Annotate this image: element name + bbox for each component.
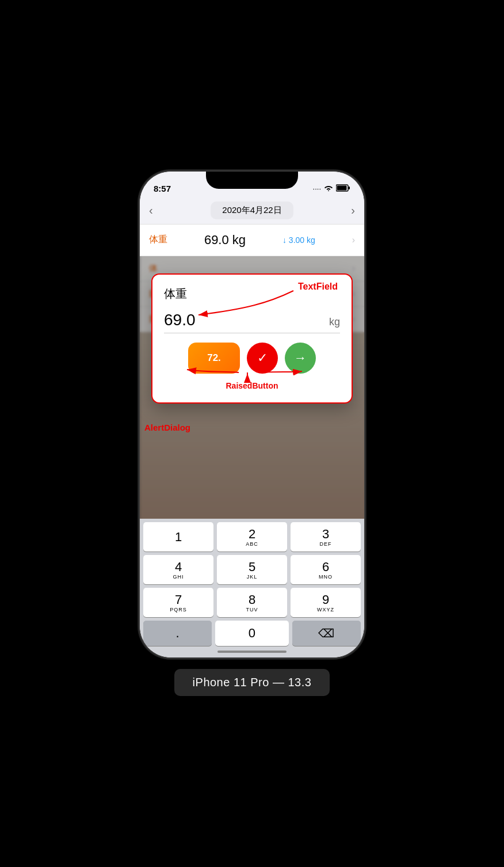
nav-bar: ‹ 2020年4月22日 › (140, 197, 364, 225)
key-delete[interactable]: ⌫ (292, 621, 361, 646)
raised-button-annotation: RaisedButton (226, 381, 278, 390)
key-7-main: 7 (175, 594, 182, 606)
key-3-main: 3 (322, 528, 329, 541)
page-wrapper: 8:57 ···· (140, 172, 364, 696)
notch (206, 172, 298, 189)
keyboard-row-2: 4 GHI 5 JKL 6 MNO (140, 552, 364, 584)
keyboard-row-3: 7 PQRS 8 TUV 9 WXYZ (140, 584, 364, 617)
raised-button-annotation-container: RaisedButton (164, 381, 340, 391)
key-2-main: 2 (249, 528, 255, 541)
key-4-sub: GHI (173, 574, 184, 580)
arrow-right-icon: → (294, 351, 307, 366)
key-9-sub: WXYZ (317, 607, 334, 613)
home-bar (217, 651, 287, 653)
key-4-main: 4 (175, 561, 182, 573)
key-6-sub: MNO (319, 574, 333, 580)
keyboard: 1 2 ABC 3 DEF 4 GHI (140, 519, 364, 657)
key-5[interactable]: 5 JKL (217, 555, 287, 584)
photo-area: 体 › 筋 › 筋 › AlertDialog TextField (140, 256, 364, 519)
home-indicator (140, 646, 364, 657)
check-icon: ✓ (257, 351, 268, 366)
signal-icon: ···· (313, 184, 321, 193)
next-button[interactable]: → (285, 343, 316, 374)
battery-icon (336, 184, 350, 193)
key-5-main: 5 (249, 561, 255, 573)
key-6[interactable]: 6 MNO (291, 555, 361, 584)
dialog-buttons: 72. ✓ → (164, 343, 340, 374)
phone-screen: 8:57 ···· (140, 172, 364, 657)
svg-rect-2 (349, 187, 350, 189)
weight-chevron: › (352, 235, 355, 245)
weight-row[interactable]: 体重 69.0 kg ↓ 3.00 kg › (140, 225, 364, 256)
key-dot[interactable]: . (143, 621, 212, 646)
key-5-sub: JKL (247, 574, 258, 580)
key-1-main: 1 (175, 531, 182, 543)
key-6-main: 6 (322, 561, 329, 573)
key-9-main: 9 (322, 594, 329, 606)
key-4[interactable]: 4 GHI (143, 555, 213, 584)
dialog-input-value: 69.0 (164, 311, 196, 329)
alert-dialog-annotation: AlertDialog (144, 423, 190, 432)
key-dot-symbol: . (176, 626, 180, 641)
phone-frame: 8:57 ···· (140, 172, 364, 657)
device-label: iPhone 11 Pro — 13.3 (174, 669, 330, 696)
weight-preset-button[interactable]: 72. (188, 343, 240, 374)
key-0-main: 0 (249, 627, 255, 640)
key-3[interactable]: 3 DEF (291, 522, 361, 552)
alert-dialog: TextField (151, 273, 353, 404)
wifi-icon (324, 184, 333, 193)
key-8-main: 8 (249, 594, 255, 606)
status-icons: ···· (313, 184, 350, 193)
date-button[interactable]: 2020年4月22日 (211, 201, 293, 219)
weight-value: 69.0 kg (204, 233, 246, 248)
key-8[interactable]: 8 TUV (217, 588, 287, 617)
delete-icon: ⌫ (318, 626, 334, 640)
dialog-input-unit: kg (329, 316, 340, 328)
key-2[interactable]: 2 ABC (217, 522, 287, 552)
key-7-sub: PQRS (170, 607, 187, 613)
weight-change: ↓ 3.00 kg (282, 235, 315, 245)
key-2-sub: ABC (246, 541, 258, 547)
next-chevron[interactable]: › (351, 204, 355, 217)
status-time: 8:57 (154, 184, 171, 193)
key-9[interactable]: 9 WXYZ (291, 588, 361, 617)
confirm-button[interactable]: ✓ (247, 343, 278, 374)
key-3-sub: DEF (320, 541, 332, 547)
svg-point-0 (328, 191, 329, 192)
keyboard-row-4: . 0 ⌫ (140, 617, 364, 646)
key-8-sub: TUV (246, 607, 258, 613)
key-7[interactable]: 7 PQRS (143, 588, 213, 617)
key-0[interactable]: 0 (215, 621, 288, 646)
keyboard-row-1: 1 2 ABC 3 DEF (140, 519, 364, 552)
textfield-annotation: TextField (298, 282, 338, 292)
weight-label: 体重 (149, 234, 167, 246)
key-1[interactable]: 1 (143, 522, 213, 552)
dialog-input-row: 69.0 kg (164, 311, 340, 333)
prev-chevron[interactable]: ‹ (149, 204, 153, 217)
svg-rect-3 (337, 185, 347, 190)
